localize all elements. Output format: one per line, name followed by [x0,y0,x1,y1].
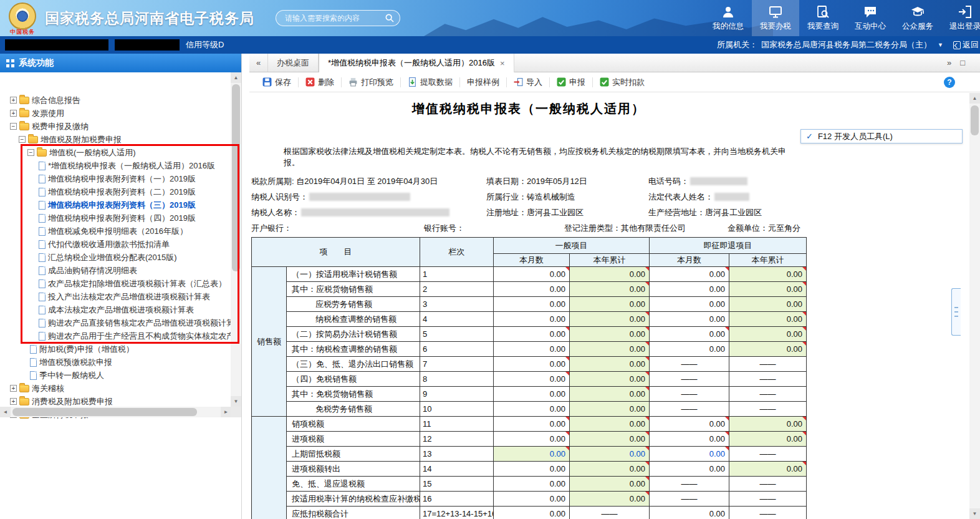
value-cell[interactable]: 0.00 [494,282,570,297]
value-cell[interactable]: 0.00 [570,447,650,462]
value-cell[interactable]: 0.00 [494,267,570,282]
value-cell[interactable]: 0.00 [494,312,570,327]
value-cell[interactable]: 0.00 [570,387,650,402]
value-cell[interactable]: 0.00 [494,387,570,402]
collapse-node-icon[interactable]: − [10,123,17,130]
value-cell[interactable]: 0.00 [729,267,807,282]
window-restore-icon[interactable]: □ [960,58,965,67]
tree-doc-item[interactable]: 增值税纳税申报表附列资料（二）2019版 [0,185,241,198]
tree-doc-item[interactable]: 增值税预缴税款申报 [0,356,241,369]
value-cell[interactable]: 0.00 [650,267,729,282]
value-cell[interactable]: 0.00 [570,462,650,477]
value-cell[interactable]: 0.00 [729,282,807,297]
value-cell[interactable]: 0.00 [570,432,650,447]
scroll-up-arrow-icon[interactable]: ▲ [969,93,980,104]
value-cell[interactable]: 0.00 [494,417,570,432]
value-cell[interactable]: 0.00 [494,402,570,417]
tree-folder-item[interactable]: +综合信息报告 [0,94,241,107]
tab-scroll-left-button[interactable]: « [249,54,268,72]
value-cell[interactable]: 0.00 [494,432,570,447]
tab-scroll-right-button[interactable]: » [947,58,951,67]
value-cell[interactable]: 0.00 [494,357,570,372]
help-icon[interactable]: ? [944,77,955,88]
tree-doc-item[interactable]: 附加税(费)申报（增值税） [0,342,241,356]
sidebar-vertical-scrollbar[interactable]: ▲ ▼ [231,72,241,407]
tree-doc-item[interactable]: 成品油购销存情况明细表 [0,264,241,277]
value-cell[interactable]: 0.00 [650,462,729,477]
value-cell[interactable]: 0.00 [729,462,807,477]
search-icon[interactable] [385,13,395,23]
value-cell[interactable]: 0.00 [494,477,570,492]
extract-data-button[interactable]: 提取数据 [401,72,459,92]
value-cell[interactable]: 0.00 [494,462,570,477]
value-cell[interactable]: 0.00 [570,372,650,387]
value-cell[interactable]: 0.00 [570,297,650,312]
value-cell[interactable]: 0.00 [650,327,729,342]
value-cell[interactable]: 0.00 [494,447,570,462]
realtime-payment-button[interactable]: 实时扣款 [593,72,651,92]
value-cell[interactable]: 0.00 [570,267,650,282]
side-float-widget[interactable] [951,288,961,336]
value-cell[interactable]: 0.00 [570,312,650,327]
tree-folder-item[interactable]: −增值税(一般纳税人适用) [0,146,241,159]
value-cell[interactable]: 0.00 [729,432,807,447]
value-cell[interactable]: 0.00 [494,297,570,312]
value-cell[interactable]: 0.00 [729,342,807,357]
sidebar-horizontal-scrollbar[interactable]: ◄ ► [0,407,231,417]
tree-doc-item[interactable]: 投入产出法核定农产品增值税进项税额计算表 [0,290,241,303]
value-cell[interactable]: 0.00 [570,342,650,357]
close-tab-icon[interactable]: × [500,59,505,68]
nav-do-tax[interactable]: 我要办税 [752,0,799,36]
print-preview-button[interactable]: 打印预览 [342,72,400,92]
value-cell[interactable]: 0.00 [570,282,650,297]
tree-folder-item[interactable]: −税费申报及缴纳 [0,120,241,133]
value-cell[interactable]: 0.00 [570,417,650,432]
expand-node-icon[interactable]: + [10,385,17,392]
scroll-down-arrow-icon[interactable]: ▼ [231,396,241,407]
declare-sample-button[interactable]: 申报样例 [460,72,506,92]
collapse-node-icon[interactable]: − [19,136,26,143]
value-cell[interactable]: 0.00 [729,327,807,342]
collapse-node-icon[interactable]: − [27,149,34,156]
tab-vat-return[interactable]: *增值税纳税申报表（一般纳税人适用）2016版 × [319,54,514,72]
value-cell[interactable]: 0.00 [650,282,729,297]
scrollbar-thumb[interactable] [971,105,979,135]
expand-node-icon[interactable]: + [10,97,17,104]
tree-doc-item[interactable]: 增值税减免税申报明细表（2016年版） [0,225,241,238]
value-cell[interactable]: 0.00 [570,327,650,342]
save-button[interactable]: 保存 [256,72,298,92]
import-button[interactable]: 导入 [507,72,549,92]
expand-node-icon[interactable]: + [10,398,17,405]
declare-button[interactable]: 申报 [550,72,592,92]
scrollbar-thumb[interactable] [12,408,197,416]
value-cell[interactable]: 0.00 [650,507,729,519]
tree-folder-item[interactable]: −增值税及附加税费申报 [0,133,241,146]
nav-public-service[interactable]: 公众服务 [894,0,941,36]
devtools-menu-item[interactable]: ✓ F12 开发人员工具(L) [800,129,963,143]
scrollbar-thumb[interactable] [232,84,240,271]
tree-doc-item[interactable]: 汇总纳税企业增值税分配表(2015版) [0,251,241,264]
back-button[interactable]: 返回 [953,39,980,51]
tab-desk[interactable]: 办税桌面 [268,54,319,72]
value-cell[interactable]: 0.00 [650,312,729,327]
org-dropdown-caret-icon[interactable]: ▼ [938,42,943,48]
value-cell[interactable]: 0.00 [494,327,570,342]
tree-doc-item[interactable]: 增值税纳税申报表附列资料（三）2019版 [0,198,241,211]
expand-node-icon[interactable]: + [10,110,17,117]
value-cell[interactable]: 0.00 [494,342,570,357]
scroll-down-arrow-icon[interactable]: ▼ [969,508,980,519]
delete-button[interactable]: 删除 [299,72,341,92]
value-cell[interactable]: 0.00 [570,477,650,492]
nav-query[interactable]: 我要查询 [799,0,847,36]
value-cell[interactable]: 0.00 [729,297,807,312]
value-cell[interactable]: 0.00 [650,297,729,312]
scroll-left-arrow-icon[interactable]: ◄ [0,407,11,417]
value-cell[interactable]: 0.00 [494,507,570,519]
scroll-right-arrow-icon[interactable]: ► [221,407,231,417]
nav-interaction[interactable]: 互动中心 [847,0,894,36]
tree-doc-item[interactable]: 购进农产品直接销售核定农产品增值税进项税额计算表 [0,316,241,329]
tree-doc-item[interactable]: 购进农产品用于生产经营且不构成货物实体核定农产品增 [0,329,241,342]
tree-doc-item[interactable]: 季中转一般纳税人 [0,369,241,382]
value-cell[interactable]: 0.00 [650,432,729,447]
value-cell[interactable]: 0.00 [494,492,570,507]
